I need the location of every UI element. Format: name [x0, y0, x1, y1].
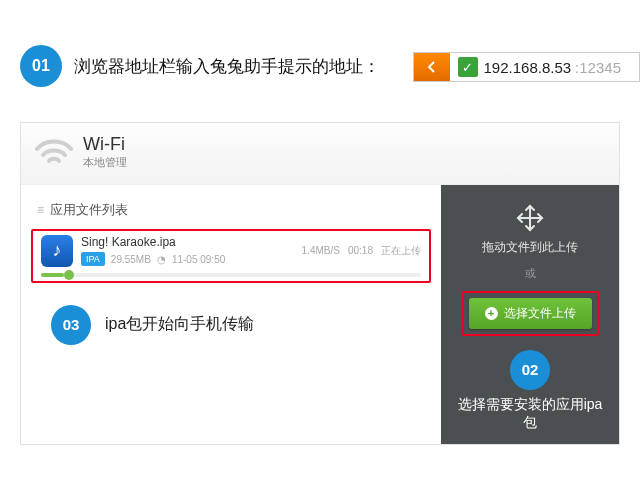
select-file-label: 选择文件上传 — [504, 305, 576, 322]
wifi-title: Wi-Fi — [83, 135, 127, 155]
step-3-badge: 03 — [51, 305, 91, 345]
upload-button-highlight: + 选择文件上传 — [462, 291, 599, 336]
step-1-text: 浏览器地址栏输入兔兔助手提示的地址： — [74, 55, 380, 78]
drop-or: 或 — [525, 266, 536, 281]
drop-instruction: 拖动文件到此上传 — [482, 239, 578, 256]
clock-icon: ◔ — [157, 254, 166, 265]
step-3-text: ipa包开始向手机传输 — [105, 314, 254, 335]
address-port: :12345 — [575, 59, 639, 76]
wifi-panel: Wi-Fi 本地管理 ≡ 应用文件列表 ♪ Sing! Karaoke.ipa … — [20, 122, 620, 445]
step-1-badge: 01 — [20, 45, 62, 87]
step-3-callout: 03 ipa包开始向手机传输 — [21, 283, 441, 351]
step-1-header: 01 浏览器地址栏输入兔兔助手提示的地址： — [0, 0, 640, 102]
step-2-text: 选择需要安装的应用ipa包 — [451, 396, 609, 432]
file-list-column: ≡ 应用文件列表 ♪ Sing! Karaoke.ipa IPA 29.55MB… — [21, 185, 441, 444]
browser-address-bar: ✓ 192.168.8.53:12345 — [413, 52, 640, 82]
wifi-subtitle: 本地管理 — [83, 155, 127, 170]
back-button[interactable] — [414, 53, 450, 81]
upload-elapsed: 00:18 — [348, 245, 373, 256]
file-list-header: ≡ 应用文件列表 — [21, 195, 441, 229]
file-list-title: 应用文件列表 — [50, 201, 128, 219]
upload-progress — [41, 273, 421, 277]
upload-status: 正在上传 — [381, 244, 421, 258]
file-row[interactable]: ♪ Sing! Karaoke.ipa IPA 29.55MB ◔ 11-05 … — [41, 235, 421, 267]
address-ip: 192.168.8.53 — [484, 59, 576, 76]
plus-icon: + — [485, 307, 498, 320]
select-file-button[interactable]: + 选择文件上传 — [469, 298, 592, 329]
move-icon — [515, 203, 545, 233]
upload-progress-handle — [64, 270, 74, 280]
file-row-highlight: ♪ Sing! Karaoke.ipa IPA 29.55MB ◔ 11-05 … — [31, 229, 431, 283]
list-icon: ≡ — [37, 203, 42, 217]
wifi-header: Wi-Fi 本地管理 — [21, 123, 619, 185]
file-size: 29.55MB — [111, 254, 151, 265]
step-2-badge: 02 — [510, 350, 550, 390]
drop-zone[interactable]: 拖动文件到此上传 或 + 选择文件上传 02 选择需要安装的应用ipa包 — [441, 185, 619, 444]
wifi-icon — [35, 137, 73, 167]
file-type-tag: IPA — [81, 252, 105, 266]
file-time: 11-05 09:50 — [172, 254, 225, 265]
app-icon: ♪ — [41, 235, 73, 267]
file-name: Sing! Karaoke.ipa — [81, 235, 294, 249]
upload-speed: 1.4MB/S — [302, 245, 340, 256]
upload-progress-fill — [41, 273, 64, 277]
secure-check-icon: ✓ — [458, 57, 478, 77]
